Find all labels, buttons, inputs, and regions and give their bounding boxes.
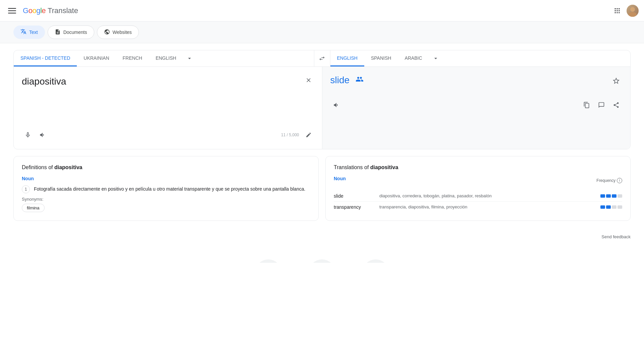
tab-text[interactable]: Text xyxy=(13,26,45,39)
translations-card: Translations of diapositiva Noun Frequen… xyxy=(325,156,631,221)
freq-bar-t3 xyxy=(612,205,616,209)
source-panel: diapositiva 11 / 5,000 xyxy=(14,67,322,149)
tab-text-label: Text xyxy=(29,30,38,35)
logo-g: G xyxy=(23,6,29,15)
target-lang-bar: ENGLISH SPANISH ARABIC xyxy=(330,50,631,66)
def-number-1: 1 xyxy=(22,185,30,193)
svg-rect-0 xyxy=(8,8,16,9)
menu-button[interactable] xyxy=(5,4,19,17)
tab-websites[interactable]: Websites xyxy=(97,26,139,39)
tab-documents-label: Documents xyxy=(63,30,87,35)
target-panel-bottom xyxy=(330,99,623,111)
target-audio-controls xyxy=(330,99,342,111)
target-lang-more-button[interactable] xyxy=(429,50,442,66)
avatar-image xyxy=(627,5,639,17)
freq-bar-2 xyxy=(606,194,611,198)
target-lang-arabic[interactable]: ARABIC xyxy=(398,51,429,66)
target-lang-english[interactable]: ENGLISH xyxy=(330,51,364,66)
definitions-card: Definitions of diapositiva Noun 1 Fotogr… xyxy=(13,156,319,221)
websites-icon xyxy=(104,29,110,36)
chevron-down-icon-right xyxy=(432,55,439,62)
synonym-chip-filmina[interactable]: filmina xyxy=(22,204,45,212)
logo-o2: o xyxy=(32,6,36,15)
source-lang-spanish[interactable]: SPANISH - DETECTED xyxy=(14,51,77,66)
target-panel: slide xyxy=(322,67,631,149)
char-count: 11 / 5,000 xyxy=(281,133,299,137)
freq-bar-t4 xyxy=(618,205,622,209)
bottom-circle-3 xyxy=(362,259,389,263)
target-volume-button[interactable] xyxy=(330,99,342,111)
source-panel-right: 11 / 5,000 xyxy=(281,130,314,140)
copy-icon xyxy=(583,102,590,108)
frequency-label: Frequency i xyxy=(596,178,622,183)
source-volume-button[interactable] xyxy=(37,129,49,141)
swap-languages-button[interactable] xyxy=(314,50,330,66)
edit-button[interactable] xyxy=(303,130,314,140)
send-feedback-link[interactable]: Send feedback xyxy=(601,234,631,239)
bottom-circle-2 xyxy=(309,259,335,263)
trans-alts-transparency: transparencia, diapositiva, filmina, pro… xyxy=(379,204,595,209)
source-text-input[interactable]: diapositiva xyxy=(22,75,301,114)
mic-button[interactable] xyxy=(22,129,34,141)
freq-bar-1 xyxy=(600,194,605,198)
tab-documents[interactable]: Documents xyxy=(48,26,94,39)
source-lang-french[interactable]: FRENCH xyxy=(116,51,149,66)
translate-container: SPANISH - DETECTED UKRAINIAN FRENCH ENGL… xyxy=(13,50,631,149)
translated-text: slide xyxy=(330,75,623,86)
svg-point-8 xyxy=(619,10,620,11)
star-button[interactable] xyxy=(610,75,622,87)
tab-websites-label: Websites xyxy=(113,30,132,35)
svg-point-11 xyxy=(619,12,620,13)
trans-word-slide: slide xyxy=(334,193,374,199)
freq-bar-3 xyxy=(612,194,616,198)
header: Google Translate xyxy=(0,0,644,21)
bottom-circles xyxy=(0,246,644,263)
svg-point-10 xyxy=(616,12,618,13)
freq-bar-t2 xyxy=(606,205,611,209)
google-apps-button[interactable] xyxy=(610,4,624,17)
svg-point-7 xyxy=(616,10,618,11)
pencil-icon xyxy=(306,132,312,138)
target-lang-spanish[interactable]: SPANISH xyxy=(364,51,398,66)
suggest-translation-button[interactable] xyxy=(595,99,607,111)
svg-rect-2 xyxy=(8,13,16,13)
freq-bar-4 xyxy=(618,194,622,198)
avatar[interactable] xyxy=(627,5,639,17)
language-bar: SPANISH - DETECTED UKRAINIAN FRENCH ENGL… xyxy=(14,50,630,67)
feedback-icon xyxy=(598,102,605,108)
share-button[interactable] xyxy=(610,99,622,111)
svg-point-9 xyxy=(615,12,616,13)
source-lang-english[interactable]: ENGLISH xyxy=(149,51,183,66)
volume-icon-target xyxy=(333,102,340,108)
grid-icon xyxy=(614,7,621,14)
community-icon[interactable] xyxy=(356,75,364,86)
translation-row-transparency: transparency transparencia, diapositiva,… xyxy=(334,202,622,212)
svg-rect-1 xyxy=(8,10,16,11)
star-icon xyxy=(612,77,620,85)
synonyms-label: Synonyms: xyxy=(22,197,310,202)
translations-header: Noun Frequency i xyxy=(334,176,622,185)
translations-title: Translations of diapositiva xyxy=(334,164,622,170)
source-lang-ukrainian[interactable]: UKRAINIAN xyxy=(77,51,116,66)
definitions-pos: Noun xyxy=(22,176,310,181)
definition-item-1: 1 Fotografía sacada directamente en posi… xyxy=(22,185,310,193)
menu-icon xyxy=(8,7,16,15)
header-right xyxy=(610,4,639,17)
logo-o1: o xyxy=(29,6,33,15)
freq-bars-transparency xyxy=(600,205,622,209)
source-lang-more-button[interactable] xyxy=(183,50,196,66)
svg-point-4 xyxy=(616,8,618,9)
translation-row-slide: slide diapositiva, corredera, tobogán, p… xyxy=(334,191,622,202)
footer: Send feedback xyxy=(0,228,644,246)
close-icon xyxy=(305,77,312,84)
main-content: SPANISH - DETECTED UKRAINIAN FRENCH ENGL… xyxy=(0,43,644,228)
freq-bar-t1 xyxy=(600,205,605,209)
logo-translate: Translate xyxy=(48,6,78,15)
share-icon xyxy=(613,102,620,108)
translations-pos: Noun xyxy=(334,176,346,181)
clear-button[interactable] xyxy=(303,75,314,86)
copy-button[interactable] xyxy=(581,99,593,111)
svg-point-3 xyxy=(615,8,616,9)
mode-tabs: Text Documents Websites xyxy=(0,21,644,43)
target-action-buttons xyxy=(581,99,622,111)
